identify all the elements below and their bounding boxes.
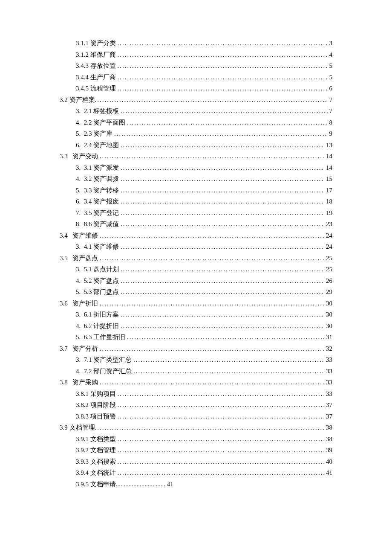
toc-page-number: 24 [324, 241, 332, 253]
toc-label: 3.9.1 文档类型 [76, 433, 118, 445]
toc-label: 3.4.5 流程管理 [76, 83, 118, 94]
toc-entry[interactable]: 5. 3.3 资产转移 17 [60, 185, 332, 196]
toc-entry[interactable]: 3. 2.1 标签模板 7 [60, 105, 332, 117]
toc-label: 3.1.2 维保厂商 [76, 49, 118, 61]
toc-entry[interactable]: 4. 7.2 部门资产汇总 33 [60, 366, 332, 377]
toc-leader-dots [121, 320, 324, 332]
toc-page-number: 39 [324, 445, 332, 456]
toc-entry[interactable]: 6. 3.4 资产报废 18 [60, 196, 332, 207]
toc-entry[interactable]: 3.9.3 文档搜索 40 [60, 456, 332, 468]
toc-leader-dots [121, 173, 324, 185]
toc-entry[interactable]: 4. 2.2 资产平面图 8 [60, 117, 332, 128]
toc-entry[interactable]: 3.3 资产变动 14 [60, 151, 332, 162]
toc-page-number: 24 [324, 230, 332, 241]
toc-label: 3.9 文档管理 [60, 422, 95, 433]
toc-page-number: 33 [324, 377, 332, 388]
toc-label: 4. 6.2 计提折旧 [76, 320, 121, 332]
toc-entry[interactable]: 3.8.3 项目预警 37 [60, 411, 332, 422]
toc-page-number: 6 [328, 83, 333, 94]
toc-label: 4. 2.2 资产平面图 [76, 117, 127, 128]
toc-entry[interactable]: 4. 3.2 资产调拨 15 [60, 173, 332, 185]
toc-entry[interactable]: 3.5 资产盘点 25 [60, 253, 332, 264]
toc-leader-dots [118, 456, 325, 468]
toc-page-number: 8 [328, 117, 333, 128]
toc-leader-dots [121, 105, 328, 117]
toc-container: 3.1.1 资产分类 33.1.2 维保厂商 43.4.3 存放位置 53.4.… [60, 38, 332, 490]
toc-page-number: 32 [324, 343, 332, 355]
toc-label: 3.7 资产分析 [60, 343, 100, 355]
toc-page-number: 18 [324, 196, 332, 207]
toc-leader-dots [121, 264, 324, 275]
toc-entry[interactable]: 8. 8.6 资产减值 23 [60, 218, 332, 230]
toc-entry[interactable]: 3.8 资产采购 33 [60, 377, 332, 388]
toc-entry[interactable]: 3. 7.1 资产类型汇总 33 [60, 354, 332, 366]
toc-entry[interactable]: 5. 6.3 工作量折旧 31 [60, 331, 332, 343]
toc-entry[interactable]: 3. 3.1 资产派发 14 [60, 162, 332, 174]
toc-leader-dots [118, 467, 325, 479]
toc-entry[interactable]: 3.7 资产分析 32 [60, 343, 332, 355]
toc-entry[interactable]: 6. 2.4 资产地图 13 [60, 139, 332, 151]
toc-label: 5. 5.3 部门盘点 [76, 286, 121, 298]
toc-page-number: 14 [324, 151, 332, 162]
toc-entry[interactable]: 3.9.1 文档类型 38 [60, 433, 332, 445]
toc-entry[interactable]: 3.4.5 流程管理 6 [60, 83, 332, 94]
toc-leader-dots [100, 253, 324, 264]
toc-label: 7. 3.5 资产登记 [76, 207, 121, 219]
toc-page-number: 30 [324, 309, 332, 320]
toc-entry[interactable]: 3.2 资产档案7 [60, 94, 332, 106]
toc-entry[interactable]: 3.8.1 采购项目 33 [60, 388, 332, 400]
toc-entry[interactable]: 3.1.2 维保厂商 4 [60, 49, 332, 61]
toc-page-number: 38 [324, 433, 332, 445]
toc-label: 3.8.3 项目预警 [76, 411, 118, 422]
toc-page-number: 13 [324, 139, 332, 151]
toc-label: 5. 6.3 工作量折旧 [76, 331, 127, 343]
toc-entry[interactable]: 4. 5.2 资产盘点 26 [60, 275, 332, 287]
toc-label: 3. 4.1 资产维修 [76, 241, 121, 253]
toc-label: 8. 8.6 资产减值 [76, 218, 121, 230]
toc-label: 3.2 资产档案 [60, 94, 95, 106]
toc-page-number: 14 [324, 162, 332, 174]
toc-page-number: 23 [324, 218, 332, 230]
toc-entry[interactable]: 3.9 文档管理38 [60, 422, 332, 433]
toc-label: 3.9.2 文档管理 [76, 445, 118, 456]
toc-leader-dots [127, 117, 328, 128]
toc-entry[interactable]: 3.1.1 资产分类 3 [60, 38, 332, 49]
toc-entry[interactable]: 4. 6.2 计提折旧 30 [60, 320, 332, 332]
toc-label: 3.9.5 文档申请..............................… [76, 479, 173, 490]
toc-leader-dots [121, 185, 324, 196]
toc-entry[interactable]: 3. 4.1 资产维修 24 [60, 241, 332, 253]
toc-entry[interactable]: 3.4.4 生产厂商 5 [60, 72, 332, 83]
toc-label: 6. 3.4 资产报废 [76, 196, 121, 207]
toc-entry[interactable]: 3.4 资产维修 24 [60, 230, 332, 241]
toc-label: 3. 2.1 标签模板 [76, 105, 121, 117]
toc-entry[interactable]: 3. 5.1 盘点计划 25 [60, 264, 332, 275]
toc-entry[interactable]: 3.4.3 存放位置 5 [60, 60, 332, 72]
toc-leader-dots [118, 399, 325, 411]
toc-entry[interactable]: 7. 3.5 资产登记 19 [60, 207, 332, 219]
toc-label: 3. 6.1 折旧方案 [76, 309, 121, 320]
toc-entry[interactable]: 3.6 资产折旧 30 [60, 298, 332, 309]
toc-leader-dots [118, 60, 328, 72]
toc-entry[interactable]: 3.8.2 项目阶段 37 [60, 399, 332, 411]
toc-leader-dots [127, 331, 324, 343]
toc-entry[interactable]: 5. 5.3 部门盘点 29 [60, 286, 332, 298]
toc-page-number: 40 [324, 456, 332, 468]
toc-leader-dots [118, 83, 328, 94]
toc-page-number: 33 [324, 388, 332, 400]
toc-entry[interactable]: 3.9.2 文档管理 39 [60, 445, 332, 456]
toc-entry[interactable]: 5. 2.3 资产库 9 [60, 128, 332, 139]
toc-label: 5. 2.3 资产库 [76, 128, 114, 139]
toc-page-number: 5 [328, 60, 333, 72]
toc-entry[interactable]: 3.9.5 文档申请..............................… [60, 479, 332, 490]
toc-page-number: 3 [328, 38, 333, 49]
toc-label: 4. 3.2 资产调拨 [76, 173, 121, 185]
toc-leader-dots [121, 207, 324, 219]
toc-leader-dots [100, 230, 324, 241]
toc-page-number: 30 [324, 320, 332, 332]
toc-entry[interactable]: 3.9.4 文档统计 41 [60, 467, 332, 479]
toc-leader-dots [133, 366, 324, 377]
toc-leader-dots [121, 139, 324, 151]
toc-label: 5. 3.3 资产转移 [76, 185, 121, 196]
toc-entry[interactable]: 3. 6.1 折旧方案 30 [60, 309, 332, 320]
toc-leader-dots [100, 377, 324, 388]
